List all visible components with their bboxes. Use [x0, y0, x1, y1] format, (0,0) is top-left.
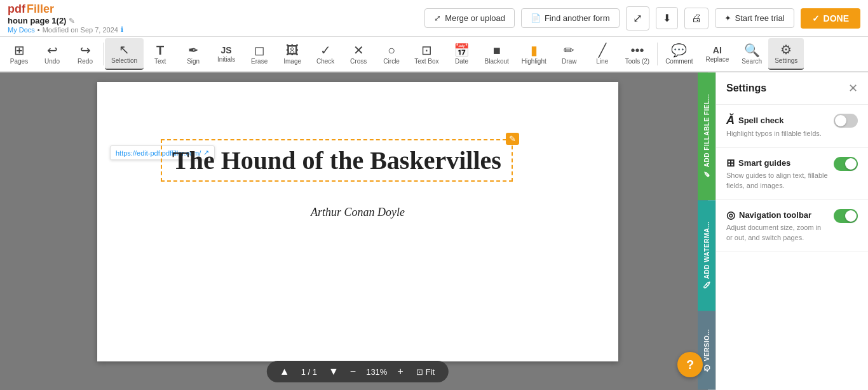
smart-guides-title: Smart guides	[738, 158, 790, 168]
prev-page-button[interactable]: ▲	[276, 365, 294, 379]
check-icon: ✓	[320, 44, 331, 57]
tool-comment[interactable]: 💬 Comment	[659, 38, 699, 70]
tools-label: Tools (2)	[625, 58, 649, 65]
replace-icon: AI	[713, 46, 722, 55]
main-area: https://edit-pdf.pdffiller.com/ ↗ ✎ The …	[0, 72, 868, 390]
tool-circle[interactable]: ○ Circle	[375, 38, 408, 70]
settings-icon: ⚙	[780, 43, 792, 56]
tool-tools[interactable]: ••• Tools (2)	[619, 38, 656, 70]
highlight-icon: ▮	[531, 44, 538, 57]
trial-star-icon: ✦	[724, 13, 731, 23]
pdf-title: The Hound of the Baskervilles	[172, 146, 501, 175]
initials-icon: JS	[221, 46, 232, 55]
tool-settings[interactable]: ⚙ Settings	[768, 38, 804, 70]
download-button[interactable]: ⬇	[656, 7, 678, 29]
print-button[interactable]: 🖨	[684, 8, 709, 29]
fit-button[interactable]: ⊡ Fit	[411, 366, 440, 378]
spell-check-thumb	[835, 115, 846, 126]
settings-label: Settings	[775, 57, 797, 64]
edit-doc-icon[interactable]: ✎	[69, 17, 75, 25]
add-fillable-fields-tab[interactable]: ✎ ADD FILLABLE FIEL...	[698, 72, 715, 200]
my-docs-link[interactable]: My Docs	[8, 26, 35, 34]
image-icon: 🖼	[286, 44, 299, 57]
start-trial-button[interactable]: ✦ Start free trial	[715, 8, 794, 28]
cross-label: Cross	[350, 58, 367, 65]
tool-line[interactable]: ╱ Line	[586, 38, 619, 70]
selection-icon: ↖	[119, 43, 130, 56]
highlight-label: Highlight	[522, 58, 546, 65]
spell-check-icon: Ă	[726, 114, 735, 127]
find-form-button[interactable]: 📄 Find another form	[521, 8, 620, 28]
redo-label: Redo	[78, 58, 93, 65]
help-button[interactable]: ?	[677, 352, 703, 377]
tool-highlight[interactable]: ▮ Highlight	[515, 38, 553, 70]
tool-undo[interactable]: ↩ Undo	[36, 38, 69, 70]
tool-initials[interactable]: JS Initials	[210, 38, 243, 70]
version-tab[interactable]: ⏱ VERSIO...	[698, 311, 715, 390]
pdf-area[interactable]: https://edit-pdf.pdffiller.com/ ↗ ✎ The …	[0, 72, 715, 390]
tool-replace[interactable]: AI Replace	[700, 38, 736, 70]
tool-image[interactable]: 🖼 Image	[276, 38, 309, 70]
initials-label: Initials	[217, 56, 235, 63]
zoom-out-button[interactable]: −	[346, 365, 360, 379]
nav-toolbar-setting: ◎ Navigation toolbar Adjust document siz…	[716, 200, 868, 252]
separator: •	[37, 26, 40, 34]
draw-icon: ✏	[564, 44, 574, 57]
blackout-icon: ■	[493, 44, 501, 57]
tool-date[interactable]: 📅 Date	[445, 38, 478, 70]
tool-textbox[interactable]: ⊡ Text Box	[408, 38, 445, 70]
right-tabs: ✎ ADD FILLABLE FIEL... 🖊 ADD WATERMA... …	[698, 72, 715, 390]
pdf-page: https://edit-pdf.pdffiller.com/ ↗ ✎ The …	[97, 82, 618, 361]
nav-toolbar-desc: Adjust document size, zoom in or out, an…	[726, 223, 829, 243]
watermark-label: ADD WATERMA...	[703, 222, 710, 279]
title-textbox[interactable]: ✎ The Hound of the Baskervilles	[161, 139, 513, 182]
nav-toolbar-toggle[interactable]	[834, 209, 858, 223]
replace-label: Replace	[706, 56, 729, 63]
tool-check[interactable]: ✓ Check	[309, 38, 342, 70]
merge-label: Merge or upload	[445, 13, 505, 23]
search-icon: 🔍	[744, 44, 760, 57]
tool-cross[interactable]: ✕ Cross	[342, 38, 375, 70]
settings-title: Settings	[726, 83, 766, 94]
erase-icon: ◻	[254, 44, 265, 57]
fillable-fields-label: ADD FILLABLE FIEL...	[703, 94, 710, 168]
smart-guides-toggle[interactable]	[834, 157, 858, 171]
done-button[interactable]: ✓ DONE	[801, 8, 860, 29]
settings-close-button[interactable]: ✕	[848, 81, 858, 95]
smart-guides-desc: Show guides to align text, fillable fiel…	[726, 171, 829, 191]
date-icon: 📅	[454, 44, 470, 57]
zoom-in-button[interactable]: +	[393, 365, 407, 379]
tool-sign[interactable]: ✒ Sign	[177, 38, 210, 70]
find-form-label: Find another form	[545, 13, 610, 23]
merge-upload-button[interactable]: ⤢ Merge or upload	[424, 8, 515, 28]
logo-area: pdfFiller houn page 1(2) ✎ My Docs • Mod…	[8, 3, 123, 34]
share-button[interactable]: ⤢	[626, 6, 649, 30]
download-icon: ⬇	[663, 12, 671, 24]
line-label: Line	[596, 58, 608, 65]
tool-redo[interactable]: ↪ Redo	[69, 38, 102, 70]
page-info: 1 / 1	[297, 367, 321, 377]
pages-label: Pages	[10, 58, 28, 65]
trial-label: Start free trial	[735, 13, 785, 23]
add-watermark-tab[interactable]: 🖊 ADD WATERMA...	[698, 200, 715, 311]
smart-guides-setting: ⊞ Smart guides Show guides to align text…	[716, 148, 868, 200]
tool-selection[interactable]: ↖ Selection	[105, 38, 144, 70]
text-label: Text	[154, 58, 166, 65]
info-icon[interactable]: ℹ	[121, 25, 123, 34]
spell-check-desc: Highlight typos in fillable fields.	[726, 129, 829, 138]
title-edit-handle[interactable]: ✎	[506, 133, 519, 145]
spell-check-toggle[interactable]	[834, 114, 858, 128]
header: pdfFiller houn page 1(2) ✎ My Docs • Mod…	[0, 0, 868, 37]
tool-text[interactable]: T Text	[144, 38, 177, 70]
next-page-button[interactable]: ▼	[325, 365, 342, 379]
tool-erase[interactable]: ◻ Erase	[243, 38, 276, 70]
tool-draw[interactable]: ✏ Draw	[553, 38, 586, 70]
tool-blackout[interactable]: ■ Blackout	[478, 38, 515, 70]
tool-search[interactable]: 🔍 Search	[735, 38, 768, 70]
erase-label: Erase	[251, 58, 268, 65]
logo-filler: Filler	[27, 3, 54, 16]
line-icon: ╱	[599, 44, 606, 57]
logo[interactable]: pdfFiller	[8, 3, 123, 16]
tool-pages[interactable]: ⊞ Pages	[3, 38, 36, 70]
textbox-icon: ⊡	[421, 44, 432, 57]
